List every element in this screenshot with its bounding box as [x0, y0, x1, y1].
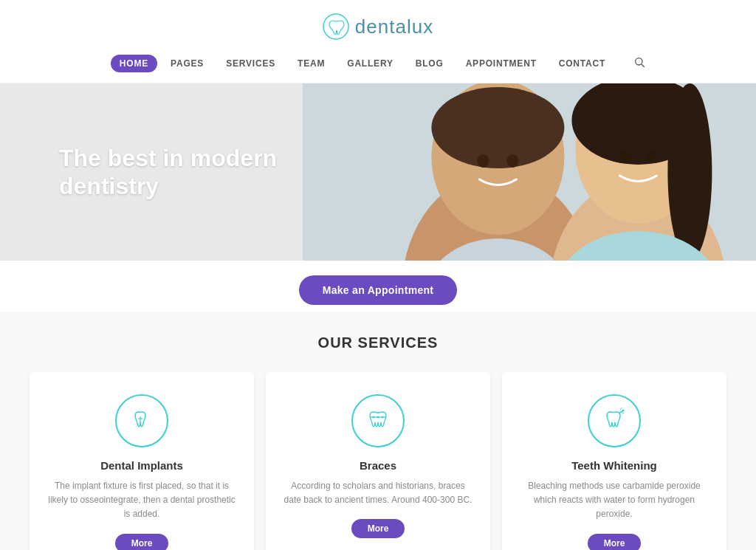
- svg-point-15: [620, 150, 630, 162]
- dental-implants-icon-circle: [115, 394, 168, 447]
- whitening-icon: [599, 406, 629, 436]
- nav-contact[interactable]: CONTACT: [550, 55, 614, 72]
- services-section: OUR SERVICES Dental Implants The implant…: [0, 312, 756, 550]
- hero-title: The best in modern dentistry: [59, 144, 340, 201]
- hero-section: The best in modern dentistry: [0, 83, 756, 261]
- svg-line-26: [620, 408, 622, 410]
- service-desc-1: The implant fixture is first placed, so …: [47, 479, 236, 522]
- service-card-teeth-whitening: Teeth Whitening Bleaching methods use ca…: [502, 372, 726, 550]
- nav-home[interactable]: HOME: [111, 55, 157, 72]
- service-name-1: Dental Implants: [47, 459, 236, 472]
- svg-point-0: [323, 14, 348, 39]
- service-name-3: Teeth Whitening: [520, 459, 709, 472]
- service-card-dental-implants: Dental Implants The implant fixture is f…: [30, 372, 254, 550]
- svg-point-13: [477, 154, 489, 168]
- svg-point-14: [506, 154, 518, 168]
- svg-point-22: [382, 416, 384, 419]
- appointment-section: Make an Appointment: [0, 261, 756, 312]
- more-button-1[interactable]: More: [115, 534, 169, 550]
- more-button-3[interactable]: More: [588, 534, 642, 550]
- logo-icon: [323, 13, 349, 40]
- svg-line-2: [642, 64, 645, 67]
- nav-pages[interactable]: PAGES: [162, 55, 213, 72]
- svg-point-20: [373, 416, 375, 419]
- appointment-button[interactable]: Make an Appointment: [299, 275, 458, 305]
- logo[interactable]: dentalux: [323, 13, 433, 40]
- services-title: OUR SERVICES: [30, 334, 726, 351]
- hero-background: [303, 83, 756, 261]
- whitening-icon-circle: [588, 394, 641, 447]
- svg-point-21: [377, 416, 379, 419]
- site-header: dentalux HOME PAGES SERVICES TEAM GALLER…: [0, 0, 756, 83]
- services-grid: Dental Implants The implant fixture is f…: [30, 372, 726, 550]
- main-nav: HOME PAGES SERVICES TEAM GALLERY BLOG AP…: [0, 49, 756, 75]
- hero-text-block: The best in modern dentistry: [0, 144, 340, 201]
- nav-appointment[interactable]: APPOINTMENT: [457, 55, 546, 72]
- logo-text: dentalux: [355, 16, 433, 38]
- search-icon: [633, 56, 645, 68]
- svg-line-25: [621, 412, 624, 413]
- nav-team[interactable]: TEAM: [289, 55, 334, 72]
- service-desc-3: Bleaching methods use carbamide peroxide…: [520, 479, 709, 522]
- braces-icon: [363, 406, 393, 436]
- svg-point-24: [622, 410, 625, 412]
- nav-gallery[interactable]: GALLERY: [338, 55, 402, 72]
- svg-point-16: [645, 150, 656, 162]
- nav-blog[interactable]: BLOG: [407, 55, 453, 72]
- tooth-implant-icon: [127, 406, 157, 436]
- nav-services[interactable]: SERVICES: [217, 55, 284, 72]
- hero-people-svg: [303, 83, 756, 261]
- svg-point-1: [636, 58, 642, 65]
- service-card-braces: Braces According to scholars and histori…: [266, 372, 490, 550]
- service-desc-2: According to scholars and historians, br…: [284, 479, 472, 507]
- braces-icon-circle: [351, 394, 405, 447]
- search-button[interactable]: [633, 56, 645, 71]
- svg-point-6: [431, 87, 564, 168]
- more-button-2[interactable]: More: [351, 519, 405, 538]
- svg-point-11: [667, 83, 712, 261]
- service-name-2: Braces: [284, 459, 472, 472]
